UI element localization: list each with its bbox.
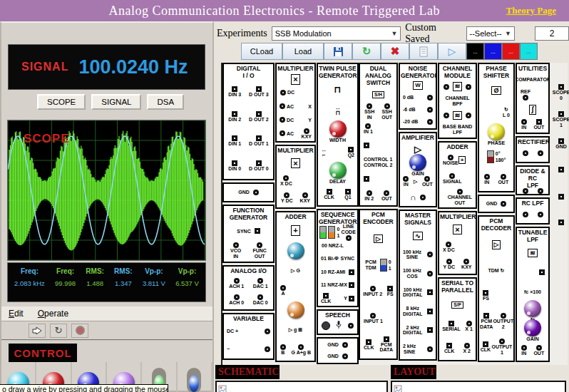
theory-page-link[interactable]: Theory Page: [506, 5, 556, 16]
square-pin[interactable]: [558, 84, 564, 90]
circle-pin[interactable]: [280, 344, 286, 350]
circle-pin[interactable]: [466, 84, 471, 90]
circle-pin[interactable]: [501, 174, 506, 180]
circle-pin[interactable]: [257, 278, 263, 284]
circle-pin[interactable]: [370, 313, 376, 319]
square-pin[interactable]: [558, 194, 564, 200]
circle-pin[interactable]: [446, 259, 452, 264]
circle-pin[interactable]: [420, 195, 426, 200]
square-pin[interactable]: [349, 269, 354, 275]
square-pin[interactable]: [483, 290, 488, 296]
circle-pin[interactable]: [444, 113, 449, 118]
menu-item-edit[interactable]: Edit: [9, 309, 24, 319]
square-pin[interactable]: [323, 293, 329, 299]
circle-pin[interactable]: [304, 128, 309, 134]
refresh-button[interactable]: ↻: [352, 43, 381, 60]
circle-pin[interactable]: [484, 174, 490, 180]
module-knob[interactable]: [488, 123, 505, 140]
paste-button[interactable]: [409, 43, 438, 60]
square-pin[interactable]: [427, 289, 433, 295]
circle-pin[interactable]: [233, 242, 239, 248]
square-pin[interactable]: [558, 138, 564, 144]
circle-pin[interactable]: [501, 201, 506, 207]
custom-saved-select[interactable]: --Select-- ▼: [466, 26, 515, 41]
square-pin[interactable]: [256, 160, 262, 166]
square-pin[interactable]: [256, 111, 262, 117]
circle-pin[interactable]: [538, 150, 543, 156]
square-pin[interactable]: [427, 327, 433, 333]
color-swatch-3[interactable]: ...: [520, 43, 538, 60]
circle-pin[interactable]: [366, 103, 372, 109]
square-pin[interactable]: [558, 220, 564, 225]
control-slider-5[interactable]: [187, 368, 201, 392]
circle-pin[interactable]: [499, 339, 505, 344]
delete-button[interactable]: ✖: [381, 43, 409, 60]
circle-pin[interactable]: [253, 190, 259, 195]
circle-pin[interactable]: [370, 286, 376, 292]
circle-pin[interactable]: [424, 176, 430, 182]
module-knob[interactable]: [329, 120, 347, 138]
square-pin[interactable]: [349, 296, 354, 301]
circle-pin[interactable]: [538, 188, 543, 194]
toggle-switch[interactable]: [380, 259, 387, 272]
speech-input-pin[interactable]: [322, 321, 330, 330]
circle-pin[interactable]: [501, 313, 506, 319]
square-pin[interactable]: [232, 86, 237, 92]
square-pin[interactable]: [558, 111, 564, 117]
circle-pin[interactable]: [283, 175, 289, 181]
circle-pin[interactable]: [427, 119, 433, 125]
module-knob[interactable]: [524, 300, 541, 317]
circle-pin[interactable]: [280, 130, 285, 136]
circle-pin[interactable]: [466, 321, 472, 326]
run-button[interactable]: [29, 324, 46, 338]
square-pin[interactable]: [448, 321, 454, 326]
module-knob[interactable]: [524, 319, 541, 336]
circle-pin[interactable]: [523, 95, 528, 100]
module-knob[interactable]: [329, 162, 347, 179]
circle-pin[interactable]: [446, 242, 451, 247]
circle-pin[interactable]: [427, 107, 433, 113]
circle-pin[interactable]: [234, 294, 240, 300]
circle-pin[interactable]: [365, 123, 371, 129]
save-button[interactable]: [324, 43, 352, 60]
square-pin[interactable]: [539, 269, 545, 275]
stop-button[interactable]: [71, 324, 88, 338]
square-pin[interactable]: [256, 86, 262, 92]
circle-pin[interactable]: [521, 119, 527, 125]
dsa-button[interactable]: DSA: [147, 94, 184, 110]
cload-button[interactable]: CLoad: [241, 43, 282, 60]
circle-pin[interactable]: [427, 346, 433, 352]
circle-pin[interactable]: [464, 343, 470, 349]
circle-pin[interactable]: [257, 242, 262, 248]
circle-pin[interactable]: [536, 345, 542, 351]
circle-pin[interactable]: [427, 271, 433, 277]
run-continuous-button[interactable]: ↻: [50, 324, 67, 338]
circle-pin[interactable]: [457, 189, 463, 195]
square-pin[interactable]: [384, 336, 389, 342]
square-pin[interactable]: [364, 143, 369, 148]
module-knob[interactable]: [409, 154, 426, 171]
circle-pin[interactable]: [302, 192, 308, 198]
module-knob[interactable]: [287, 242, 304, 259]
circle-pin[interactable]: [427, 95, 433, 100]
circle-pin[interactable]: [366, 190, 372, 196]
square-pin[interactable]: [483, 313, 489, 319]
color-swatch-2[interactable]: ...: [502, 43, 520, 60]
circle-pin[interactable]: [444, 84, 449, 90]
circle-pin[interactable]: [521, 345, 527, 351]
square-pin[interactable]: [446, 343, 452, 349]
load-button[interactable]: Load: [282, 43, 324, 60]
circle-pin[interactable]: [449, 173, 455, 179]
toggle-switch[interactable]: [319, 226, 327, 239]
square-pin[interactable]: [232, 111, 237, 117]
circle-pin[interactable]: [342, 354, 348, 359]
circle-pin[interactable]: [257, 294, 263, 300]
circle-pin[interactable]: [234, 278, 240, 284]
square-pin[interactable]: [483, 341, 488, 347]
circle-pin[interactable]: [427, 252, 433, 257]
square-pin[interactable]: [256, 135, 262, 141]
square-pin[interactable]: [345, 189, 351, 195]
circle-pin[interactable]: [523, 188, 528, 194]
circle-pin[interactable]: [466, 113, 471, 118]
square-pin[interactable]: [348, 147, 354, 153]
